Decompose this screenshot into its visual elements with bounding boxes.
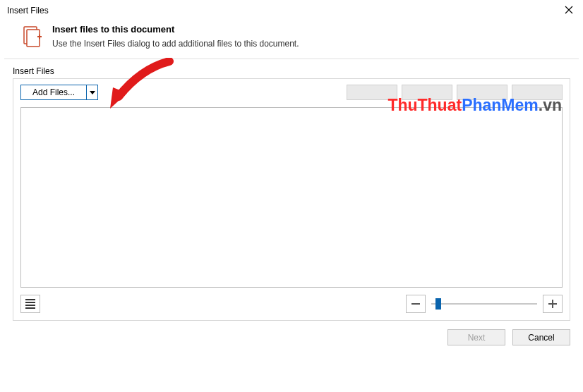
add-files-dropdown[interactable] [86,85,97,99]
toolbar-button-4[interactable] [512,85,563,100]
file-list[interactable] [20,107,563,288]
window-title: Insert Files [7,6,49,16]
zoom-slider[interactable] [431,297,537,311]
svg-rect-1 [27,30,40,47]
slider-thumb[interactable] [435,298,441,310]
cancel-button[interactable]: Cancel [512,329,570,345]
minus-icon [411,303,420,305]
dialog-footer: Next Cancel [0,321,583,345]
header-title: Insert files to this document [52,24,567,35]
toolbar-button-3[interactable] [457,85,507,100]
list-icon [25,299,35,300]
add-files-label: Add Files... [21,85,86,99]
header-description: Use the Insert Files dialog to add addit… [52,39,567,49]
zoom-controls [406,295,563,313]
close-icon[interactable] [560,4,577,17]
toolbar-right-buttons [347,85,563,100]
section-label: Insert Files [13,66,570,76]
toolbar-button-2[interactable] [402,85,452,100]
zoom-out-button[interactable] [406,295,426,313]
toolbar-button-1[interactable] [347,85,397,100]
zoom-in-button[interactable] [543,295,563,313]
title-bar: Insert Files [0,0,583,20]
next-button: Next [447,329,505,345]
dialog-header: Insert files to this document Use the In… [4,20,579,59]
chevron-down-icon [90,91,95,94]
insert-files-panel: Add Files... [13,78,570,321]
list-view-button[interactable] [20,295,40,313]
add-files-button[interactable]: Add Files... [20,85,98,100]
document-icon [21,25,44,48]
